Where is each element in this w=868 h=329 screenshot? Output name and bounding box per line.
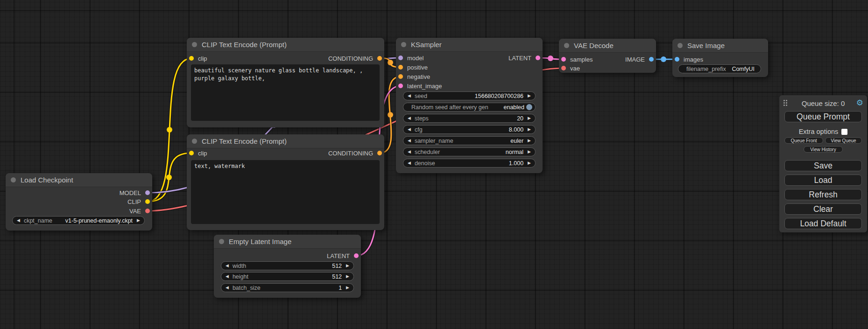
output-slot-model[interactable]: MODEL xyxy=(120,189,150,197)
collapse-dot-icon[interactable] xyxy=(11,177,16,182)
stepper-left-icon[interactable]: ◀ xyxy=(408,161,411,165)
collapse-dot-icon[interactable] xyxy=(192,139,197,144)
vae-port-icon[interactable] xyxy=(145,209,150,213)
stepper-right-icon[interactable]: ▶ xyxy=(346,274,349,279)
width-widget[interactable]: ◀ width 512 ▶ xyxy=(221,261,354,270)
cfg-widget[interactable]: ◀ cfg 8.000 ▶ xyxy=(403,125,536,134)
latent-port-icon[interactable] xyxy=(354,253,359,258)
input-slot-latent-image[interactable]: latent_image xyxy=(398,82,442,90)
scheduler-widget[interactable]: ◀ scheduler normal ▶ xyxy=(403,147,536,156)
stepper-right-icon[interactable]: ▶ xyxy=(346,286,349,290)
stepper-left-icon[interactable]: ◀ xyxy=(226,274,229,279)
seed-widget[interactable]: ◀ seed 156680208700286 ▶ xyxy=(403,91,536,100)
output-slot-conditioning[interactable]: CONDITIONING xyxy=(328,54,382,63)
conditioning-port-icon[interactable] xyxy=(398,65,403,70)
node-title-bar[interactable]: CLIP Text Encode (Prompt) xyxy=(187,38,384,52)
model-port-icon[interactable] xyxy=(398,56,403,60)
stepper-right-icon[interactable]: ▶ xyxy=(528,94,531,98)
latent-port-icon[interactable] xyxy=(561,57,566,62)
queue-front-button[interactable]: Queue Front xyxy=(784,137,823,144)
collapse-dot-icon[interactable] xyxy=(219,239,224,244)
output-slot-latent[interactable]: LATENT xyxy=(508,54,540,62)
latent-port-icon[interactable] xyxy=(398,84,403,88)
stepper-left-icon[interactable]: ◀ xyxy=(17,218,20,223)
output-slot-image[interactable]: IMAGE xyxy=(625,55,654,63)
input-slot-clip[interactable]: clip xyxy=(189,54,207,63)
image-port-icon[interactable] xyxy=(675,57,679,62)
node-load-checkpoint[interactable]: Load Checkpoint MODEL CLIP VAE ◀ ckpt_na… xyxy=(6,173,152,231)
stepper-right-icon[interactable]: ▶ xyxy=(528,139,531,143)
clip-port-icon[interactable] xyxy=(189,151,194,155)
toggle-knob-icon[interactable] xyxy=(526,104,532,110)
conditioning-port-icon[interactable] xyxy=(398,74,403,79)
steps-widget[interactable]: ◀ steps 20 ▶ xyxy=(403,114,536,123)
stepper-right-icon[interactable]: ▶ xyxy=(528,127,531,132)
random-seed-toggle[interactable]: Random seed after every gen enabled xyxy=(403,103,536,112)
input-slot-negative[interactable]: negative xyxy=(398,72,430,81)
ckpt-name-widget[interactable]: ◀ ckpt_name v1-5-pruned-emaonly.ckpt ▶ xyxy=(12,216,145,225)
load-button[interactable]: Load xyxy=(784,175,862,186)
stepper-right-icon[interactable]: ▶ xyxy=(346,264,349,268)
node-title-bar[interactable]: Save Image xyxy=(672,39,768,53)
node-title-bar[interactable]: Load Checkpoint xyxy=(6,173,152,187)
load-default-button[interactable]: Load Default xyxy=(784,218,862,229)
output-slot-clip[interactable]: CLIP xyxy=(127,197,150,206)
input-slot-samples[interactable]: samples xyxy=(561,55,593,63)
input-slot-model[interactable]: model xyxy=(398,54,423,62)
stepper-right-icon[interactable]: ▶ xyxy=(137,218,140,223)
save-button[interactable]: Save xyxy=(784,160,862,171)
collapse-dot-icon[interactable] xyxy=(192,42,197,47)
clear-button[interactable]: Clear xyxy=(784,203,862,215)
node-title-bar[interactable]: KSampler xyxy=(396,38,543,52)
view-queue-button[interactable]: View Queue xyxy=(825,137,862,144)
input-slot-vae[interactable]: vae xyxy=(561,64,580,72)
input-slot-images[interactable]: images xyxy=(675,55,703,63)
latent-port-icon[interactable] xyxy=(536,56,540,60)
stepper-right-icon[interactable]: ▶ xyxy=(528,150,531,154)
input-slot-clip[interactable]: clip xyxy=(189,149,207,157)
node-save-image[interactable]: Save Image images filename_prefix ComfyU… xyxy=(672,39,768,77)
refresh-button[interactable]: Refresh xyxy=(784,189,862,200)
height-widget[interactable]: ◀ height 512 ▶ xyxy=(221,272,354,281)
stepper-right-icon[interactable]: ▶ xyxy=(528,116,531,120)
vae-port-icon[interactable] xyxy=(561,66,566,70)
collapse-dot-icon[interactable] xyxy=(677,43,683,48)
stepper-left-icon[interactable]: ◀ xyxy=(226,286,229,290)
extra-options-checkbox[interactable] xyxy=(841,129,847,135)
node-vae-decode[interactable]: VAE Decode samples vae IMAGE xyxy=(559,39,656,73)
stepper-left-icon[interactable]: ◀ xyxy=(408,94,411,98)
conditioning-port-icon[interactable] xyxy=(377,56,382,61)
sampler-name-widget[interactable]: ◀ sampler_name euler ▶ xyxy=(403,136,536,145)
view-history-button[interactable]: View History xyxy=(804,146,843,153)
node-clip-text-encode-negative[interactable]: CLIP Text Encode (Prompt) clip CONDITION… xyxy=(187,134,384,230)
node-empty-latent-image[interactable]: Empty Latent Image LATENT ◀ width 512 ▶ … xyxy=(214,235,361,298)
filename-prefix-widget[interactable]: filename_prefix ComfyUI xyxy=(678,64,761,73)
queue-prompt-button[interactable]: Queue Prompt xyxy=(784,111,862,122)
stepper-left-icon[interactable]: ◀ xyxy=(226,264,229,268)
model-port-icon[interactable] xyxy=(145,190,150,195)
collapse-dot-icon[interactable] xyxy=(401,42,406,47)
output-slot-conditioning[interactable]: CONDITIONING xyxy=(328,149,382,157)
stepper-left-icon[interactable]: ◀ xyxy=(408,116,411,120)
gear-icon[interactable]: ⚙ xyxy=(856,98,863,108)
batch-size-widget[interactable]: ◀ batch_size 1 ▶ xyxy=(221,283,354,292)
image-port-icon[interactable] xyxy=(649,57,654,62)
node-title-bar[interactable]: Empty Latent Image xyxy=(214,235,361,249)
output-slot-vae[interactable]: VAE xyxy=(129,207,150,215)
stepper-left-icon[interactable]: ◀ xyxy=(408,139,411,143)
node-clip-text-encode-positive[interactable]: CLIP Text Encode (Prompt) clip CONDITION… xyxy=(187,38,384,127)
stepper-left-icon[interactable]: ◀ xyxy=(408,150,411,154)
conditioning-port-icon[interactable] xyxy=(377,151,382,155)
node-title-bar[interactable]: VAE Decode xyxy=(559,39,656,53)
stepper-left-icon[interactable]: ◀ xyxy=(408,127,411,132)
negative-prompt-textarea[interactable]: text, watermark xyxy=(191,160,380,224)
stepper-right-icon[interactable]: ▶ xyxy=(528,161,531,165)
output-slot-latent[interactable]: LATENT xyxy=(327,252,359,260)
collapse-dot-icon[interactable] xyxy=(564,43,569,48)
node-title-bar[interactable]: CLIP Text Encode (Prompt) xyxy=(187,134,384,148)
node-graph-canvas[interactable]: Load Checkpoint MODEL CLIP VAE ◀ ckpt_na… xyxy=(0,0,868,329)
positive-prompt-textarea[interactable]: beautiful scenery nature glass bottle la… xyxy=(191,64,380,121)
input-slot-positive[interactable]: positive xyxy=(398,63,428,71)
clip-port-icon[interactable] xyxy=(145,199,150,204)
clip-port-icon[interactable] xyxy=(189,56,194,61)
